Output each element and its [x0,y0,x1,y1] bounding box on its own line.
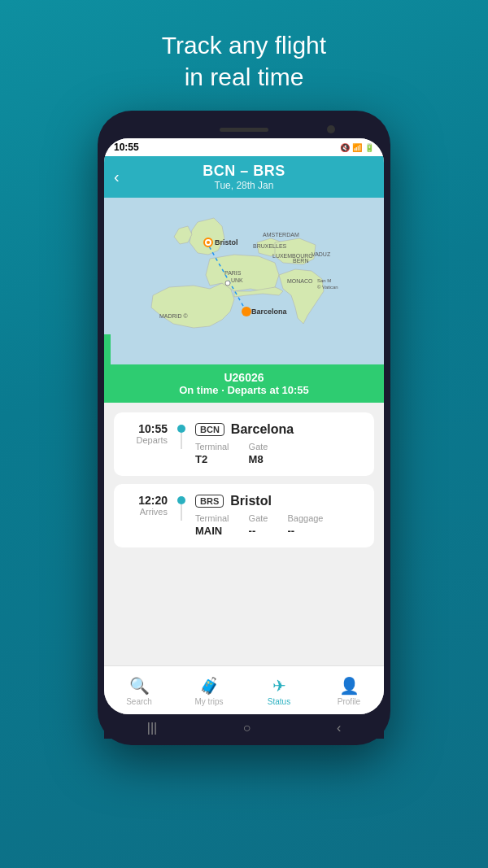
nav-profile[interactable]: 👤 Profile [314,676,384,706]
nav-mytrips[interactable]: 🧳 My trips [174,676,244,706]
svg-text:San M: San M [317,278,331,283]
svg-point-15 [207,241,210,244]
arrival-terminal-label: Terminal [195,513,229,523]
arrival-line [181,504,182,521]
route-label: BCN – BRS [203,163,285,180]
arrival-baggage-value: -- [287,525,294,537]
flight-number: U26026 [114,371,374,384]
arrival-time-col: 12:20 Arrives [125,494,168,517]
svg-text:© Vatican: © Vatican [317,285,338,290]
status-time: 10:55 [114,142,139,153]
app-header: ‹ BCN – BRS Tue, 28th Jan [104,156,384,198]
phone-shell: 10:55 🔇 📶 🔋 ‹ BCN – BRS Tue, 28th Jan [98,111,390,745]
arrival-terminal-col: Terminal MAIN [195,513,229,538]
svg-text:Barcelona: Barcelona [251,308,288,316]
back-button[interactable]: ‹ [114,168,120,186]
svg-point-17 [242,307,251,316]
nav-status[interactable]: ✈ Status [244,676,314,706]
status-icon: ✈ [272,676,286,696]
arrival-details: Terminal MAIN Gate -- Baggage -- [195,513,363,538]
arrival-dot [177,496,185,504]
arrival-baggage-col: Baggage -- [287,513,323,538]
home-bar-back[interactable]: ‹ [337,721,341,735]
profile-icon: 👤 [339,676,359,696]
nav-search-label: Search [126,697,152,706]
departure-time-col: 10:55 Departs [125,422,168,445]
arrival-baggage-label: Baggage [287,513,323,523]
departure-timeline [177,422,185,449]
arrival-terminal-value: MAIN [195,525,222,537]
arrival-label: Arrives [140,507,168,517]
search-icon: 🔍 [129,676,150,696]
departure-line [181,433,182,449]
date-label: Tue, 28th Jan [203,180,285,191]
departure-city: Barcelona [231,422,294,437]
nav-profile-label: Profile [338,697,360,706]
svg-point-12 [225,281,230,286]
home-bar: ||| ○ ‹ [104,714,384,739]
svg-text:PARIS: PARIS [224,270,242,276]
arrival-timeline [177,494,185,521]
departure-terminal-value: T2 [195,453,207,465]
svg-text:BERN: BERN [293,258,308,264]
svg-text:BRUXELLES: BRUXELLES [253,243,287,249]
nav-status-label: Status [268,697,290,706]
departure-gate-value: M8 [249,453,264,465]
departure-time: 10:55 [138,422,168,435]
phone-speaker [220,128,268,132]
departure-card: 10:55 Departs BCN Barcelona Terminal [114,412,374,476]
flight-status-text: On time · Departs at 10:55 [114,384,374,396]
map-svg: AMSTERDAM BRUXELLES LUXEMBOURG PARIS BER… [104,198,384,364]
svg-text:AMSTERDAM: AMSTERDAM [263,232,299,238]
svg-text:MADRID ©: MADRID © [159,313,189,319]
status-bar: 10:55 🔇 📶 🔋 [104,138,384,156]
arrival-time: 12:20 [138,494,168,507]
departure-code: BCN [195,423,224,436]
departure-airport-col: BCN Barcelona Terminal T2 Gate M8 [195,422,363,466]
home-bar-menu[interactable]: ||| [147,721,157,735]
svg-rect-19 [104,334,111,364]
departure-airport-row: BCN Barcelona [195,422,363,437]
bottom-nav: 🔍 Search 🧳 My trips ✈ Status 👤 Profile [104,665,384,714]
nav-search[interactable]: 🔍 Search [104,676,174,706]
phone-screen: 10:55 🔇 📶 🔋 ‹ BCN – BRS Tue, 28th Jan [104,138,384,714]
departure-terminal-col: Terminal T2 [195,442,229,466]
phone-camera [327,125,335,133]
arrival-card: 12:20 Arrives BRS Bristol Terminal [114,484,374,547]
departure-terminal-label: Terminal [195,442,229,451]
arrival-gate-col: Gate -- [249,513,268,538]
departure-label: Departs [136,435,168,445]
departure-details: Terminal T2 Gate M8 [195,442,363,466]
departure-gate-label: Gate [249,442,268,451]
header-title: BCN – BRS Tue, 28th Jan [203,163,285,191]
map-area: AMSTERDAM BRUXELLES LUXEMBOURG PARIS BER… [104,198,384,364]
svg-text:UNK: UNK [231,277,243,283]
flight-banner: U26026 On time · Departs at 10:55 [104,364,384,403]
main-content: 10:55 Departs BCN Barcelona Terminal [104,403,384,665]
arrival-airport-row: BRS Bristol [195,494,363,508]
svg-text:VADUZ: VADUZ [312,251,331,257]
home-bar-home[interactable]: ○ [243,721,251,735]
trips-icon: 🧳 [199,676,220,696]
arrival-gate-label: Gate [249,513,268,523]
arrival-airport-col: BRS Bristol Terminal MAIN Gate -- [195,494,363,538]
page-headline: Track any flight in real time [162,29,326,93]
status-icons: 🔇 📶 🔋 [340,143,374,152]
arrival-gate-value: -- [249,525,256,537]
svg-text:MONACO: MONACO [287,278,313,284]
nav-mytrips-label: My trips [195,697,224,706]
phone-notch [104,120,384,138]
departure-dot [177,425,185,433]
arrival-city: Bristol [230,494,272,508]
arrival-code: BRS [195,495,224,508]
departure-gate-col: Gate M8 [249,442,268,466]
svg-text:Bristol: Bristol [215,238,238,246]
